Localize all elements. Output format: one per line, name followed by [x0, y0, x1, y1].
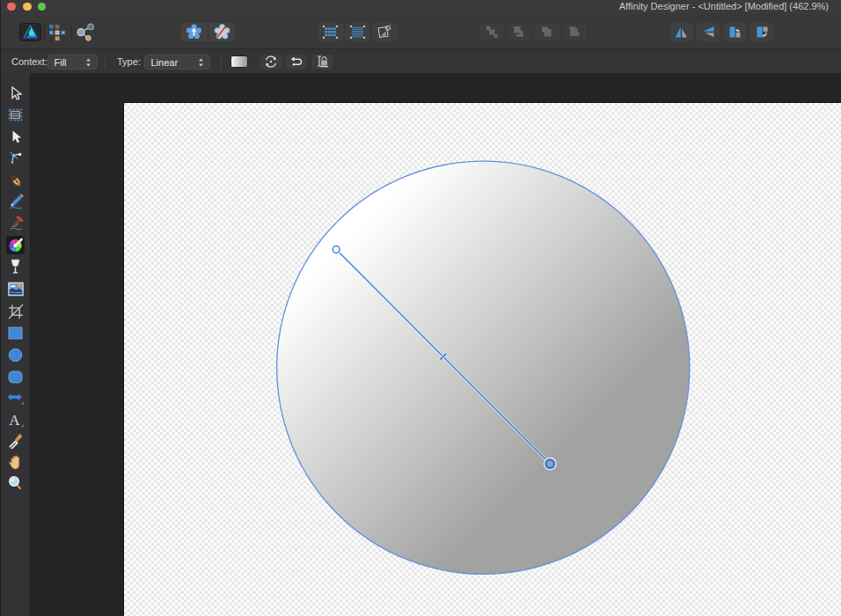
- svg-text:A: A: [9, 413, 20, 429]
